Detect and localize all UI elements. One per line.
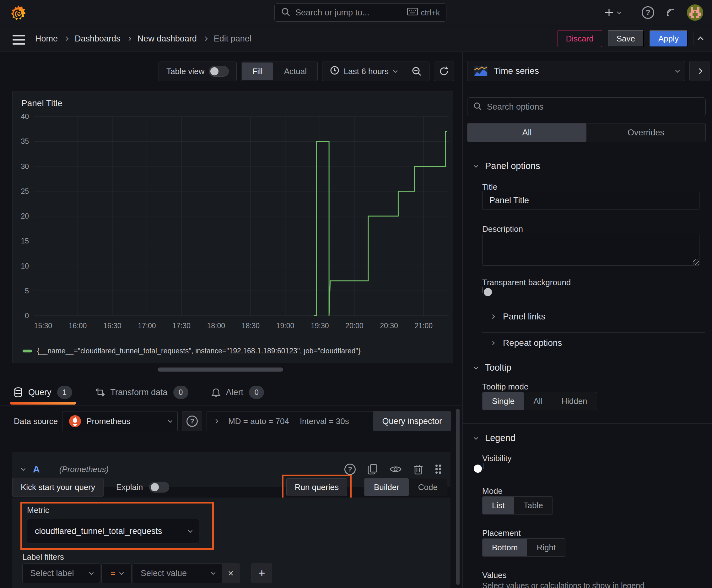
legend-placement-right[interactable]: Right [527, 539, 565, 556]
tooltip-mode-single[interactable]: Single [482, 392, 524, 410]
bell-icon [212, 387, 220, 397]
svg-text:35: 35 [21, 137, 29, 145]
builder-option[interactable]: Builder [365, 478, 409, 496]
toggle-viz-picker-button[interactable] [689, 61, 710, 81]
query-help-icon[interactable]: ? [344, 464, 356, 475]
explain-control: Explain [116, 482, 169, 492]
grafana-logo[interactable] [11, 5, 26, 22]
panel-title: Panel Title [13, 91, 453, 108]
chevron-down-icon [675, 68, 679, 72]
run-queries-button[interactable]: Run queries [286, 478, 347, 496]
datasource-help-button[interactable]: ? [182, 411, 202, 431]
divider [482, 332, 705, 333]
select-value-dropdown[interactable]: Select value [133, 564, 222, 583]
svg-text:16:30: 16:30 [103, 322, 122, 330]
repeat-options-section[interactable]: Repeat options [491, 338, 562, 348]
zoom-out-button[interactable] [404, 62, 429, 81]
breadcrumb-home[interactable]: Home [35, 34, 58, 44]
alert-count-badge: 0 [249, 386, 264, 399]
legend-mode-label: Mode [482, 486, 503, 496]
svg-text:17:30: 17:30 [172, 322, 191, 330]
fill-option[interactable]: Fill [242, 63, 273, 80]
tooltip-mode-all[interactable]: All [524, 392, 552, 410]
legend-header[interactable]: Legend [474, 433, 516, 443]
edit-panel-content: Table view Fill Actual Last 6 hours [0, 52, 462, 588]
kick-start-button[interactable]: Kick start your query [12, 478, 104, 497]
visualization-name: Time series [494, 66, 539, 76]
vertical-scrollbar[interactable] [456, 408, 459, 585]
chart-legend: {__name__="cloudflared_tunnel_total_requ… [23, 347, 360, 355]
tooltip-mode-hidden[interactable]: Hidden [552, 392, 597, 410]
refresh-button[interactable] [434, 62, 454, 81]
tab-query[interactable]: Query 1 [14, 379, 72, 405]
avatar[interactable] [687, 4, 703, 21]
metric-select[interactable]: cloudflared_tunnel_total_requests [27, 519, 199, 543]
tab-transform-data[interactable]: Transform data 0 [95, 379, 188, 405]
save-button[interactable]: Save [608, 30, 644, 47]
transparent-background-toggle[interactable] [482, 287, 483, 293]
datasource-row: Data source Prometheus ? MD = auto = 704… [14, 411, 451, 432]
explain-toggle[interactable] [149, 482, 169, 492]
tab-overrides[interactable]: Overrides [586, 123, 706, 142]
datasource-picker[interactable]: Prometheus [62, 411, 178, 431]
select-label-dropdown[interactable]: Select label [22, 564, 100, 583]
svg-text:40: 40 [21, 112, 29, 121]
legend-mode-list[interactable]: List [482, 497, 514, 514]
tooltip-mode-switch: Single All Hidden [482, 392, 597, 410]
series-label[interactable]: {__name__="cloudflared_tunnel_total_requ… [37, 347, 360, 355]
resize-handle[interactable] [693, 259, 699, 265]
panel-options-header[interactable]: Panel options [474, 161, 540, 171]
breadcrumb-dashboards[interactable]: Dashboards [75, 34, 121, 44]
tooltip-title: Tooltip [485, 362, 511, 373]
horizontal-scrollbar[interactable] [157, 368, 283, 372]
transparent-background-label: Transparent background [482, 278, 571, 288]
query-builder: Metric cloudflared_tunnel_total_requests… [12, 498, 451, 588]
svg-text:17:00: 17:00 [138, 322, 156, 330]
operator-dropdown[interactable]: = [102, 564, 132, 583]
global-search[interactable]: Search or jump to... ctrl+k [274, 3, 447, 22]
svg-text:15: 15 [21, 237, 29, 245]
delete-query-icon[interactable] [413, 464, 423, 475]
search-placeholder: Search or jump to... [296, 8, 402, 18]
options-search[interactable]: Search options [467, 97, 706, 116]
menu-toggle[interactable] [13, 35, 25, 45]
duplicate-query-icon[interactable] [368, 464, 377, 475]
select-label-placeholder: Select label [30, 569, 74, 578]
query-ref[interactable]: A [33, 464, 40, 475]
discard-button[interactable]: Discard [558, 30, 602, 47]
legend-mode-table[interactable]: Table [514, 497, 552, 514]
series-color-swatch[interactable] [23, 350, 32, 352]
query-inspector-button[interactable]: Query inspector [373, 411, 451, 431]
toggle-visibility-icon[interactable] [390, 465, 402, 474]
visualization-picker[interactable]: Time series [467, 61, 685, 81]
panel-links-section[interactable]: Panel links [491, 312, 545, 322]
tab-alert[interactable]: Alert 0 [212, 379, 264, 405]
actual-option[interactable]: Actual [274, 63, 317, 80]
description-textarea[interactable] [482, 234, 699, 266]
add-button[interactable] [604, 8, 620, 17]
collapse-header-icon[interactable] [697, 37, 703, 42]
add-filter-button[interactable]: + [252, 564, 272, 583]
legend-visibility-toggle[interactable] [483, 463, 483, 469]
remove-filter-button[interactable]: × [222, 564, 240, 583]
svg-text:10: 10 [21, 262, 29, 270]
table-view-toggle[interactable] [209, 66, 229, 77]
legend-placement-bottom[interactable]: Bottom [482, 539, 527, 556]
drag-handle[interactable] [435, 464, 442, 475]
svg-text:21:00: 21:00 [414, 322, 433, 330]
apply-button[interactable]: Apply [649, 30, 688, 47]
tooltip-header[interactable]: Tooltip [474, 362, 511, 373]
metric-label: Metric [27, 505, 207, 515]
legend-placement-label: Placement [482, 528, 521, 538]
news-icon[interactable] [665, 7, 676, 18]
time-series-chart[interactable]: 051015202530354015:3016:0016:3017:0017:3… [15, 112, 451, 332]
collapse-query-icon[interactable] [21, 466, 25, 471]
chevron-down-icon [89, 570, 93, 575]
help-button[interactable]: ? [642, 6, 654, 19]
breadcrumb-new-dashboard[interactable]: New dashboard [137, 34, 197, 44]
panel-title-input[interactable] [482, 191, 699, 210]
time-range-picker[interactable]: Last 6 hours [322, 62, 404, 81]
code-option[interactable]: Code [409, 478, 447, 496]
tab-all[interactable]: All [468, 123, 586, 142]
time-range-label: Last 6 hours [344, 67, 389, 76]
